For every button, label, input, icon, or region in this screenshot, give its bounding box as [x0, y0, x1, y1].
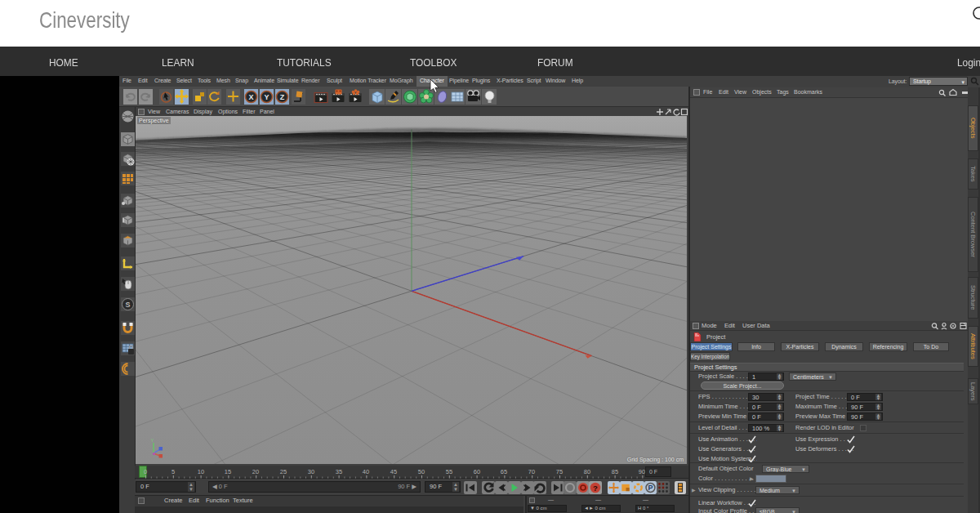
- svg-text:25: 25: [280, 468, 287, 475]
- svg-text:S: S: [125, 301, 130, 309]
- svg-text:40: 40: [363, 468, 369, 475]
- svg-text:Z: Z: [280, 93, 285, 101]
- svg-text:45: 45: [390, 468, 397, 475]
- svg-text:85: 85: [612, 468, 618, 475]
- svg-text:X: X: [248, 93, 253, 101]
- svg-text:5: 5: [172, 468, 175, 475]
- svg-text:15: 15: [225, 468, 231, 475]
- svg-text:30: 30: [308, 468, 314, 475]
- svg-text:60: 60: [474, 468, 480, 475]
- svg-text:35: 35: [336, 468, 342, 475]
- svg-text:50: 50: [418, 468, 425, 475]
- svg-text:80: 80: [584, 468, 590, 475]
- svg-text:?: ?: [593, 484, 598, 493]
- svg-text:75: 75: [556, 468, 563, 475]
- svg-text:90: 90: [639, 468, 645, 475]
- svg-text:Y: Y: [151, 438, 154, 443]
- svg-text:0: 0: [144, 468, 147, 475]
- svg-text:70: 70: [528, 468, 535, 475]
- svg-text:Y: Y: [264, 93, 269, 101]
- svg-text:10: 10: [198, 468, 204, 475]
- svg-text:65: 65: [501, 468, 507, 475]
- svg-text:20: 20: [252, 468, 259, 475]
- svg-text:55: 55: [446, 468, 452, 475]
- svg-text:P: P: [648, 484, 653, 492]
